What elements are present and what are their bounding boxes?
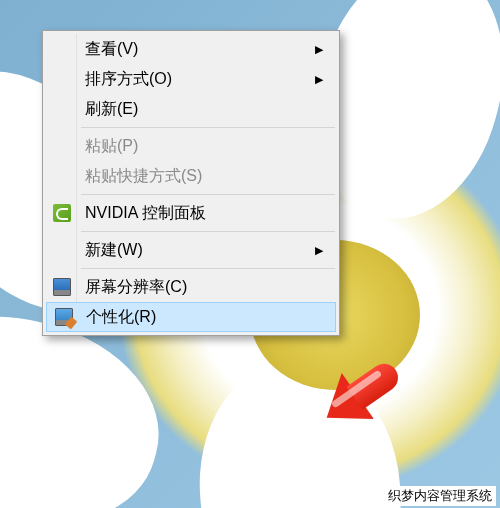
menu-item-refresh[interactable]: 刷新(E) [45, 94, 337, 124]
menu-item-label: 粘贴快捷方式(S) [85, 166, 337, 187]
menu-item-label: 排序方式(O) [85, 69, 315, 90]
submenu-arrow-icon: ▶ [315, 73, 337, 86]
monitor-icon [53, 278, 71, 296]
menu-item-new[interactable]: 新建(W) ▶ [45, 235, 337, 265]
menu-separator [81, 231, 335, 232]
watermark-text: 织梦内容管理系统 [384, 486, 496, 506]
menu-item-label: 查看(V) [85, 39, 315, 60]
menu-separator [81, 127, 335, 128]
menu-item-label: NVIDIA 控制面板 [85, 203, 337, 224]
menu-item-label: 粘贴(P) [85, 136, 337, 157]
menu-item-personalize[interactable]: 个性化(R) [46, 302, 336, 332]
menu-item-label: 新建(W) [85, 240, 315, 261]
desktop-context-menu: 查看(V) ▶ 排序方式(O) ▶ 刷新(E) 粘贴(P) 粘贴快捷方式(S) … [42, 30, 340, 336]
menu-item-label: 刷新(E) [85, 99, 337, 120]
menu-item-label: 屏幕分辨率(C) [85, 277, 337, 298]
personalize-icon [55, 308, 73, 326]
menu-separator [81, 268, 335, 269]
submenu-arrow-icon: ▶ [315, 244, 337, 257]
menu-item-label: 个性化(R) [86, 307, 335, 328]
menu-item-nvidia[interactable]: NVIDIA 控制面板 [45, 198, 337, 228]
menu-item-paste-shortcut: 粘贴快捷方式(S) [45, 161, 337, 191]
submenu-arrow-icon: ▶ [315, 43, 337, 56]
menu-separator [81, 194, 335, 195]
menu-item-view[interactable]: 查看(V) ▶ [45, 34, 337, 64]
menu-item-sort[interactable]: 排序方式(O) ▶ [45, 64, 337, 94]
menu-item-paste: 粘贴(P) [45, 131, 337, 161]
menu-item-resolution[interactable]: 屏幕分辨率(C) [45, 272, 337, 302]
nvidia-icon [53, 204, 71, 222]
